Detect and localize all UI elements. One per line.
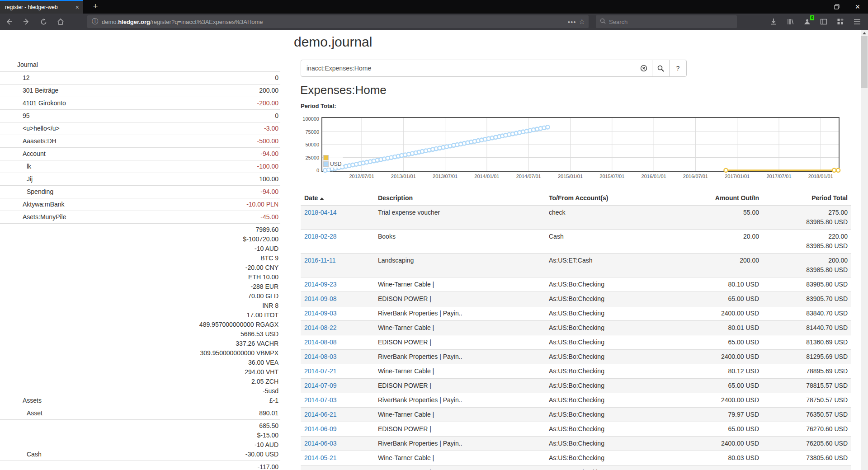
sidebar-account-row[interactable]: Spending-94.00 [0, 185, 280, 198]
transaction-description: EDISON POWER | [374, 335, 545, 350]
account-link[interactable]: Jij [0, 174, 33, 184]
table-row[interactable]: 2018-04-14Trial expense vouchercheck55.0… [301, 205, 851, 230]
transaction-date-link[interactable]: 2014-06-03 [304, 440, 337, 447]
back-icon[interactable] [3, 15, 15, 28]
page-scrollbar[interactable] [861, 30, 868, 470]
transaction-date-link[interactable]: 2014-09-23 [304, 281, 337, 288]
transaction-date-link[interactable]: 2014-05-21 [304, 454, 337, 461]
download-icon[interactable] [769, 17, 778, 26]
transaction-date-link[interactable]: 2014-08-22 [304, 324, 337, 331]
sidebar-account-row[interactable]: 4101 Girokonto-200.00 [0, 97, 280, 109]
account-link[interactable]: Aaasets:DH [0, 136, 57, 146]
transaction-date-link[interactable]: 2014-08-03 [304, 353, 337, 360]
sidebar-account-row[interactable]: Cash685.50$-15.00-10 AUD-30.00 USD [0, 419, 280, 461]
search-query-button[interactable] [652, 60, 670, 77]
table-row[interactable]: 2016-11-11LandscapingAs:US:ET:Cash200.00… [301, 254, 851, 277]
transaction-date-link[interactable]: 2014-07-21 [304, 367, 337, 375]
scroll-up-icon[interactable] [863, 32, 866, 34]
account-link[interactable]: Assets [0, 396, 42, 405]
account-link[interactable]: Aktywa:mBank [0, 200, 65, 209]
account-link[interactable]: Spending [0, 187, 53, 197]
transaction-date-link[interactable]: 2016-11-11 [304, 257, 336, 264]
sidebar-item-journal[interactable]: Journal [0, 59, 280, 71]
url-bar[interactable]: ⓘ demo.hledger.org/register?q=inacct%3AE… [87, 15, 589, 28]
register-table: Date Description To/From Account(s) Amou… [301, 192, 851, 470]
new-tab-button[interactable]: + [89, 0, 102, 14]
window-restore-button[interactable] [826, 0, 847, 14]
account-link[interactable]: Asets:MunyPile [0, 212, 66, 222]
window-close-button[interactable]: × [847, 0, 868, 14]
transaction-date-link[interactable]: 2014-07-09 [304, 382, 337, 389]
transaction-date-link[interactable]: 2014-09-03 [304, 310, 337, 317]
table-row[interactable]: 2014-09-03RiverBank Properties | Payin..… [301, 306, 851, 321]
sidebar-account-row[interactable]: Asset890.01 [0, 407, 280, 419]
query-input[interactable] [301, 60, 635, 77]
library-icon[interactable] [786, 17, 795, 26]
account-link[interactable]: lk [0, 162, 31, 171]
table-row[interactable]: 2014-08-22Wine-Tarner Cable |As:US:Bo:Ch… [301, 321, 851, 335]
account-link[interactable]: 12 [0, 73, 30, 83]
sidebar-toggle-icon[interactable] [819, 17, 828, 26]
table-row[interactable]: 2014-09-08EDISON POWER |As:US:Bo:Checkin… [301, 292, 851, 306]
extension-icon[interactable]: 0 [802, 17, 811, 26]
table-row[interactable]: 2014-08-08EDISON POWER |As:US:Bo:Checkin… [301, 335, 851, 350]
bookmark-star-icon[interactable]: ☆ [579, 18, 585, 26]
clear-query-button[interactable] [635, 60, 652, 77]
transaction-date-link[interactable]: 2014-08-08 [304, 338, 337, 346]
sidebar-account-row[interactable]: Jij100.00 [0, 173, 280, 185]
transaction-date-link[interactable]: 2018-04-14 [304, 209, 337, 216]
table-row[interactable]: 2014-06-09EDISON POWER |As:US:Bo:Checkin… [301, 422, 851, 437]
tab-close-icon[interactable]: × [71, 4, 83, 11]
transaction-amount: 80.03 USD [678, 451, 763, 465]
col-date[interactable]: Date [301, 192, 374, 205]
sidebar-account-row[interactable]: Aktywa:mBank-10.00 PLN [0, 198, 280, 211]
menu-hamburger-icon[interactable] [853, 17, 862, 26]
forward-icon[interactable] [20, 15, 33, 28]
site-info-icon[interactable]: ⓘ [87, 18, 102, 26]
sidebar-account-row[interactable]: -117.00 [0, 461, 280, 470]
account-link[interactable]: 95 [0, 111, 30, 121]
sidebar-account-row[interactable]: 301 Beiträge200.00 [0, 84, 280, 97]
sidebar-account-row[interactable]: Aaasets:DH-500.00 [0, 135, 280, 147]
table-row[interactable]: 2014-05-21Wine-Tarner Cable |As:US:Bo:Ch… [301, 451, 851, 465]
account-link[interactable]: 301 Beiträge [0, 86, 58, 95]
account-link[interactable]: 4101 Girokonto [0, 99, 66, 108]
sidebar-account-row[interactable]: 950 [0, 109, 280, 122]
table-row[interactable]: 2014-07-21Wine-Tarner Cable |As:US:Bo:Ch… [301, 364, 851, 379]
sidebar-account-row[interactable]: lk-100.00 [0, 160, 280, 173]
table-row[interactable]: 2014-08-03RiverBank Properties | Payin..… [301, 350, 851, 364]
scrollbar-thumb[interactable] [861, 36, 868, 88]
sidebar-account-row[interactable]: 120 [0, 71, 280, 84]
table-row[interactable]: 2014-09-23Wine-Tarner Cable |As:US:Bo:Ch… [301, 277, 851, 292]
table-row[interactable]: 2014-05-08EDISON POWER |As:US:Bo:Checkin… [301, 465, 851, 470]
apps-grid-icon[interactable] [836, 17, 845, 26]
sidebar-account-row[interactable]: Asets:MunyPile-45.00 [0, 211, 280, 223]
transaction-date-link[interactable]: 2014-09-08 [304, 295, 337, 302]
sidebar-account-row[interactable]: Assets7989.60$-100720.00-10 AUDBTC 9-20.… [0, 223, 280, 407]
account-link[interactable]: Asset [0, 409, 42, 418]
account-link[interactable]: Account [0, 149, 46, 159]
home-icon[interactable] [54, 15, 67, 28]
page-actions-icon[interactable]: ••• [568, 18, 576, 26]
table-row[interactable]: 2014-07-09EDISON POWER |As:US:Bo:Checkin… [301, 379, 851, 393]
transaction-amount: 80.01 USD [678, 321, 763, 335]
sidebar-account-row[interactable]: <u>hello</u>-3.00 [0, 122, 280, 135]
reload-icon[interactable] [37, 15, 50, 28]
window-minimize-button[interactable] [806, 0, 826, 14]
account-link[interactable]: <u>hello</u> [0, 124, 60, 133]
table-row[interactable]: 2014-07-03RiverBank Properties | Payin..… [301, 393, 851, 408]
transaction-date-link[interactable]: 2014-06-21 [304, 411, 337, 418]
table-row[interactable]: 2014-06-21Wine-Tarner Cable |As:US:Bo:Ch… [301, 408, 851, 422]
svg-text:2013/01/01: 2013/01/01 [391, 174, 416, 179]
svg-text:2017/01/01: 2017/01/01 [725, 174, 750, 179]
account-link[interactable]: Cash [0, 450, 42, 459]
browser-search-box[interactable]: Search [596, 15, 737, 28]
table-row[interactable]: 2018-02-28BooksCash20.00220.0083985.80 U… [301, 230, 851, 254]
table-row[interactable]: 2014-06-03RiverBank Properties | Payin..… [301, 437, 851, 451]
browser-tab[interactable]: register - hledger-web × [0, 0, 83, 14]
transaction-date-link[interactable]: 2014-06-09 [304, 425, 337, 432]
sidebar-account-row[interactable]: Account-94.00 [0, 147, 280, 160]
transaction-date-link[interactable]: 2018-02-28 [304, 233, 337, 240]
help-button[interactable]: ? [669, 60, 687, 77]
transaction-date-link[interactable]: 2014-07-03 [304, 396, 337, 404]
